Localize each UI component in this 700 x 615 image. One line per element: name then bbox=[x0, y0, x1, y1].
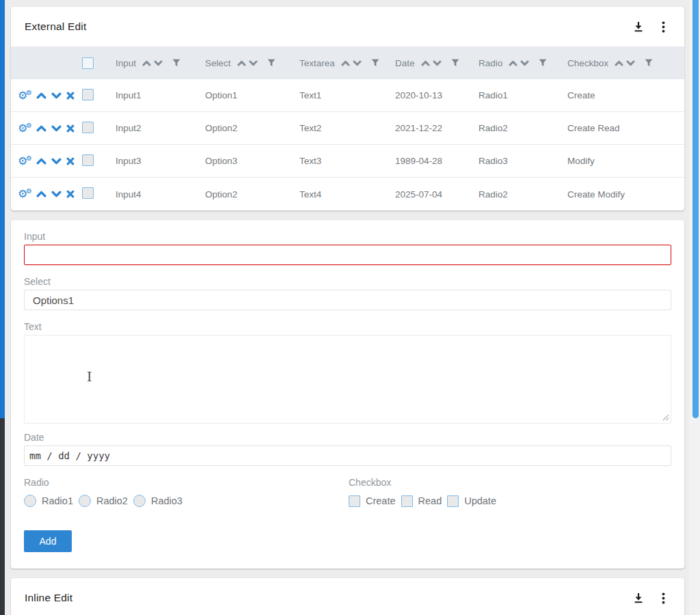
row-checkbox[interactable] bbox=[82, 89, 94, 100]
date-label: Date bbox=[24, 432, 671, 443]
column-label: Textarea bbox=[299, 58, 335, 68]
move-down-icon[interactable] bbox=[51, 158, 62, 165]
column-header-radio: Radio bbox=[479, 58, 567, 68]
text-cursor: I bbox=[87, 369, 92, 384]
row-checkbox[interactable] bbox=[82, 154, 94, 166]
more-options-button[interactable] bbox=[660, 20, 667, 34]
move-up-icon[interactable] bbox=[36, 191, 46, 197]
scrollbar-thumb[interactable] bbox=[692, 0, 699, 418]
add-button[interactable]: Add bbox=[24, 530, 72, 552]
sort-asc-icon[interactable] bbox=[237, 60, 246, 66]
delete-icon[interactable] bbox=[66, 190, 75, 198]
sort-desc-icon[interactable] bbox=[249, 60, 258, 66]
cell-select: Option3 bbox=[205, 156, 299, 166]
cell-checkbox: Create Modify bbox=[567, 189, 684, 200]
select-label: Select bbox=[24, 276, 671, 287]
cell-checkbox: Create Read bbox=[567, 123, 684, 133]
inline-edit-header: Inline Edit bbox=[11, 578, 684, 615]
cell-date: 2020-10-13 bbox=[395, 90, 479, 100]
radio-option-label: Radio3 bbox=[151, 495, 183, 506]
column-label: Date bbox=[395, 58, 415, 68]
move-down-icon[interactable] bbox=[51, 92, 62, 99]
cell-input: Input3 bbox=[116, 156, 205, 166]
move-up-icon[interactable] bbox=[36, 125, 46, 132]
cell-date: 2021-12-22 bbox=[395, 123, 479, 133]
filter-icon[interactable] bbox=[451, 59, 459, 67]
table-row: ⚙⚙ Input2 Option2 Text2 2021-12-22 Radio… bbox=[11, 112, 684, 145]
checkbox-option-label: Update bbox=[464, 495, 496, 506]
row-checkbox[interactable] bbox=[82, 187, 94, 199]
sort-desc-icon[interactable] bbox=[433, 60, 442, 66]
settings-icon[interactable]: ⚙⚙ bbox=[18, 188, 31, 200]
sort-asc-icon[interactable] bbox=[421, 60, 430, 66]
cell-radio: Radio1 bbox=[479, 90, 567, 100]
select-all-checkbox[interactable] bbox=[82, 57, 94, 69]
row-checkbox[interactable] bbox=[82, 122, 94, 133]
radio-option-label: Radio1 bbox=[42, 495, 73, 506]
drawer-edge-dark bbox=[0, 418, 5, 615]
sort-desc-icon[interactable] bbox=[353, 60, 362, 66]
delete-icon[interactable] bbox=[66, 124, 75, 133]
download-button[interactable] bbox=[632, 20, 645, 33]
column-label: Checkbox bbox=[567, 58, 608, 68]
page-content: External Edit bbox=[11, 7, 684, 615]
settings-icon[interactable]: ⚙⚙ bbox=[18, 90, 31, 102]
row-actions: ⚙⚙ bbox=[11, 188, 82, 200]
move-up-icon[interactable] bbox=[36, 158, 46, 165]
cell-select: Option1 bbox=[205, 90, 299, 100]
cell-checkbox: Create bbox=[567, 90, 684, 100]
settings-icon[interactable]: ⚙⚙ bbox=[18, 122, 31, 135]
row-actions: ⚙⚙ bbox=[11, 122, 82, 135]
select-field[interactable]: Options1 bbox=[24, 290, 671, 310]
input-field[interactable] bbox=[24, 245, 671, 265]
date-group: Date bbox=[24, 432, 671, 466]
kebab-menu-icon bbox=[662, 592, 665, 604]
input-group: Input bbox=[24, 231, 671, 265]
radio-option-2[interactable] bbox=[79, 495, 91, 507]
checkbox-update[interactable] bbox=[447, 495, 459, 507]
select-group: Select Options1 bbox=[24, 276, 671, 310]
cell-date: 2025-07-04 bbox=[395, 189, 479, 200]
radio-option-1[interactable] bbox=[24, 495, 36, 507]
delete-icon[interactable] bbox=[66, 92, 75, 100]
column-header-textarea: Textarea bbox=[299, 58, 395, 68]
sort-asc-icon[interactable] bbox=[615, 60, 623, 66]
cell-input: Input2 bbox=[116, 123, 205, 133]
date-field[interactable] bbox=[24, 446, 671, 466]
column-label: Radio bbox=[479, 58, 502, 68]
radio-group: Radio Radio1 Radio2 Radio3 bbox=[24, 477, 349, 508]
cell-select: Option2 bbox=[205, 123, 299, 133]
radio-option-3[interactable] bbox=[133, 495, 146, 507]
cell-date: 1989-04-28 bbox=[395, 156, 479, 166]
sort-desc-icon[interactable] bbox=[154, 60, 163, 66]
move-down-icon[interactable] bbox=[51, 125, 62, 132]
settings-icon[interactable]: ⚙⚙ bbox=[18, 155, 31, 167]
cell-checkbox: Modify bbox=[567, 156, 684, 166]
sort-asc-icon[interactable] bbox=[142, 60, 151, 66]
sort-asc-icon[interactable] bbox=[341, 60, 350, 66]
move-down-icon[interactable] bbox=[51, 191, 62, 197]
drawer-edge bbox=[0, 0, 5, 615]
download-button[interactable] bbox=[632, 591, 645, 605]
sort-asc-icon[interactable] bbox=[509, 60, 517, 66]
cell-radio: Radio2 bbox=[479, 189, 567, 200]
filter-icon[interactable] bbox=[371, 59, 379, 67]
checkbox-create[interactable] bbox=[349, 495, 360, 507]
filter-icon[interactable] bbox=[539, 59, 547, 67]
cell-radio: Radio3 bbox=[479, 156, 567, 166]
checkbox-read[interactable] bbox=[401, 495, 413, 507]
delete-icon[interactable] bbox=[66, 157, 75, 165]
filter-icon[interactable] bbox=[645, 59, 653, 67]
sort-desc-icon[interactable] bbox=[520, 60, 529, 66]
row-actions: ⚙⚙ bbox=[11, 90, 82, 102]
move-up-icon[interactable] bbox=[36, 92, 46, 99]
table-row: ⚙⚙ Input1 Option1 Text1 2020-10-13 Radio… bbox=[11, 79, 684, 112]
cell-textarea: Text3 bbox=[299, 156, 395, 166]
filter-icon[interactable] bbox=[172, 59, 180, 67]
checkbox-group: Checkbox Create Read Update bbox=[349, 477, 671, 508]
more-options-button[interactable] bbox=[660, 591, 667, 605]
sort-desc-icon[interactable] bbox=[626, 60, 635, 66]
cell-input: Input1 bbox=[116, 90, 205, 100]
filter-icon[interactable] bbox=[267, 59, 275, 67]
text-field[interactable] bbox=[24, 335, 671, 424]
